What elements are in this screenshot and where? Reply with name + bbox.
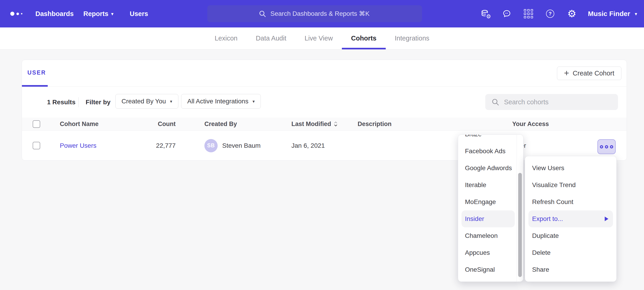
export-target-insider[interactable]: Insider — [462, 210, 515, 227]
export-target-braze[interactable]: Braze — [462, 135, 515, 143]
apps-grid-icon[interactable] — [524, 9, 533, 18]
mixpanel-logo-icon[interactable] — [10, 0, 22, 28]
tab-cohorts[interactable]: Cohorts — [351, 28, 376, 49]
menu-item-view-users[interactable]: View Users — [528, 160, 613, 177]
menu-item-label: Visualize Trend — [532, 181, 576, 189]
table-header: Cohort Name Count Created By Last Modifi… — [22, 117, 627, 130]
chevron-down-icon: ▾ — [635, 12, 637, 16]
export-target-google-adwords[interactable]: Google Adwords — [462, 160, 515, 177]
settings-gear-icon[interactable]: ⚙ — [568, 9, 576, 18]
menu-item-label: OneSignal — [465, 266, 495, 273]
menu-item-label: Facebook Ads — [465, 148, 506, 155]
creator-cell: SB Steven Baum — [204, 139, 292, 152]
filter-row: 1 Results Filter by Created By You ▾ All… — [22, 87, 627, 117]
menu-item-label: Chameleon — [465, 232, 498, 239]
row-more-actions-button[interactable] — [598, 139, 616, 154]
header-description[interactable]: Description — [358, 120, 507, 128]
navbar-icon-group: ⚙ ? ⚙ — [481, 0, 576, 28]
export-target-chameleon[interactable]: Chameleon — [462, 227, 515, 244]
nav-link-reports[interactable]: Reports ▾ — [83, 0, 114, 28]
scrollbar-thumb[interactable] — [518, 173, 522, 277]
cohort-search-bar[interactable] — [485, 94, 618, 110]
menu-item-refresh-count[interactable]: Refresh Count — [528, 194, 613, 210]
search-icon — [491, 98, 500, 106]
menu-item-visualize-trend[interactable]: Visualize Trend — [528, 177, 613, 194]
chevron-down-icon: ▾ — [170, 99, 172, 104]
tab-live-view[interactable]: Live View — [305, 28, 333, 49]
menu-item-label: Refresh Count — [532, 198, 574, 206]
scrollbar-track[interactable] — [516, 135, 523, 281]
export-target-facebook-ads[interactable]: Facebook Ads — [462, 143, 515, 160]
header-count[interactable]: Count — [146, 120, 176, 128]
export-target-moengage[interactable]: MoEngage — [462, 194, 515, 210]
search-icon — [258, 10, 266, 18]
export-destinations-menu: BrazeFacebook AdsGoogle AdwordsIterableM… — [458, 134, 524, 282]
tab-integrations[interactable]: Integrations — [395, 28, 430, 49]
header-your-access[interactable]: Your Access — [507, 120, 627, 128]
top-navbar: Dashboards Reports ▾ Users ⚙ — [0, 0, 644, 28]
menu-item-label: Duplicate — [532, 232, 559, 239]
integrations-filter-dropdown[interactable]: All Active Integrations ▾ — [181, 94, 261, 109]
avatar: SB — [204, 139, 218, 152]
last-modified-date: Jan 6, 2021 — [292, 142, 358, 149]
menu-item-label: Google Adwords — [465, 165, 512, 172]
row-checkbox[interactable] — [33, 142, 40, 149]
data-management-icon[interactable]: ⚙ — [481, 9, 490, 18]
feedback-icon[interactable] — [502, 9, 511, 18]
cohort-name-link[interactable]: Power Users — [60, 142, 96, 149]
cohort-count: 22,777 — [146, 142, 176, 149]
menu-item-label: MoEngage — [465, 198, 496, 206]
tab-lexicon[interactable]: Lexicon — [215, 28, 238, 49]
menu-item-label: Iterable — [465, 181, 486, 189]
create-cohort-button[interactable]: + Create Cohort — [557, 67, 622, 80]
menu-item-duplicate[interactable]: Duplicate — [528, 227, 613, 244]
plus-icon: + — [564, 69, 569, 77]
menu-item-label: View Users — [532, 165, 564, 172]
chevron-down-icon: ▾ — [252, 99, 255, 104]
menu-item-label: Braze — [465, 135, 482, 138]
global-search-input[interactable] — [270, 10, 371, 17]
cohort-type-tabs: USER + Create Cohort — [22, 60, 627, 87]
select-all-checkbox[interactable] — [33, 120, 40, 128]
export-target-appcues[interactable]: Appcues — [462, 244, 515, 261]
results-count: 1 Results — [47, 87, 76, 117]
nav-link-users[interactable]: Users — [130, 0, 148, 28]
nav-link-dashboards[interactable]: Dashboards — [36, 0, 74, 28]
menu-item-export-to[interactable]: Export to... — [528, 210, 613, 227]
header-last-modified[interactable]: Last Modified — [292, 120, 358, 128]
export-target-onesignal[interactable]: OneSignal — [462, 261, 515, 278]
menu-item-label: Export to... — [532, 215, 563, 223]
submenu-arrow-icon — [605, 217, 608, 221]
cohorts-card: USER + Create Cohort 1 Results Filter by… — [22, 60, 627, 161]
sort-icon — [334, 121, 338, 127]
global-search-bar[interactable] — [207, 5, 422, 22]
section-tabs: Lexicon Data Audit Live View Cohorts Int… — [0, 28, 644, 49]
account-menu[interactable]: Music Finder ▾ — [588, 0, 637, 28]
account-name: Music Finder — [588, 10, 630, 18]
creator-name: Steven Baum — [222, 142, 260, 149]
menu-item-label: Share — [532, 266, 549, 273]
divider — [78, 97, 78, 107]
menu-item-delete[interactable]: Delete — [528, 244, 613, 261]
tab-user-cohorts[interactable]: USER — [28, 60, 46, 85]
menu-item-share[interactable]: Share — [528, 261, 613, 278]
created-by-filter-dropdown[interactable]: Created By You ▾ — [115, 94, 178, 109]
menu-item-label: Appcues — [465, 249, 490, 256]
menu-item-label: Delete — [532, 249, 550, 256]
filter-by-label: Filter by — [86, 87, 110, 117]
tab-data-audit[interactable]: Data Audit — [256, 28, 286, 49]
cohort-search-input[interactable] — [504, 98, 612, 106]
menu-item-label: Insider — [465, 215, 484, 223]
help-icon[interactable]: ? — [546, 9, 554, 18]
chevron-down-icon: ▾ — [111, 12, 114, 16]
header-cohort-name[interactable]: Cohort Name — [60, 120, 146, 128]
header-created-by[interactable]: Created By — [204, 120, 292, 128]
active-tab-underline — [22, 85, 48, 87]
export-target-iterable[interactable]: Iterable — [462, 177, 515, 194]
gear-icon: ⚙ — [486, 14, 491, 20]
row-context-menu: View UsersVisualize TrendRefresh CountEx… — [525, 156, 616, 282]
